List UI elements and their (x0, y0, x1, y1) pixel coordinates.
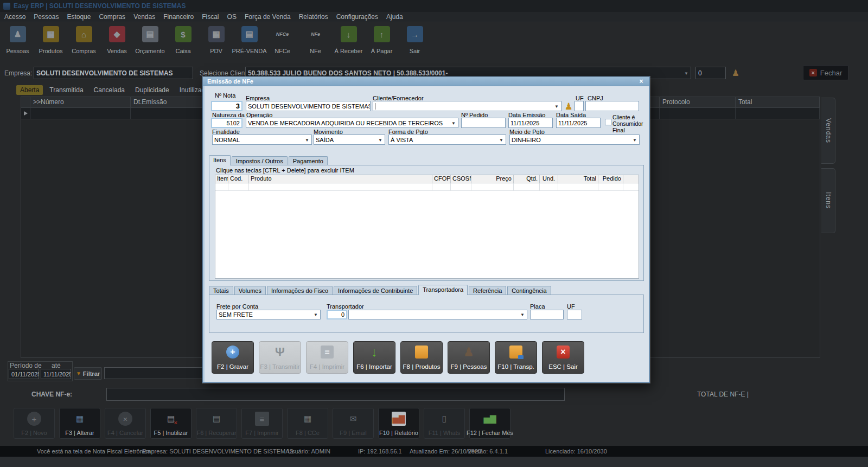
menu-item[interactable]: Estoque (67, 13, 91, 21)
filtrar-button[interactable]: Filtrar (74, 367, 102, 380)
grid-column-header[interactable]: >>Número (30, 97, 131, 107)
forma-pgto-select[interactable]: À VISTA (388, 135, 506, 145)
tab-item[interactable]: Itens (209, 155, 231, 165)
bottom-toolbar-button[interactable]: F7 | Imprimir (241, 408, 283, 439)
menu-item[interactable]: Relatórios (299, 13, 328, 21)
grid-column-header[interactable]: Pedido (598, 175, 623, 183)
dialog-button[interactable]: F8 | Produtos (400, 341, 443, 374)
frete-select[interactable]: SEM FRETE (216, 310, 321, 319)
dialog-button[interactable]: F2 | Gravar (212, 341, 254, 374)
natureza-select[interactable]: VENDA DE MERCADORIA ADQUIRIDA OU RECEBID… (246, 118, 458, 128)
side-tab[interactable]: Itens (821, 168, 835, 233)
movimento-select[interactable]: SAÍDA (314, 135, 385, 145)
empresa-input[interactable]: SOLUTI DESENVOLVIMENTO DE SISTEMAS (246, 101, 371, 111)
status-tab[interactable]: Aberta (16, 85, 43, 95)
grid-column-header[interactable]: CSOSN (451, 175, 471, 183)
bottom-toolbar-button[interactable]: F8 | CCe (287, 408, 328, 439)
chave-nfe-input[interactable] (106, 388, 565, 401)
status-tab[interactable]: Duplicidade (131, 85, 173, 95)
dialog-button[interactable]: F4 | Imprimir (306, 341, 348, 374)
bottom-toolbar-button[interactable]: F9 | Email (333, 408, 374, 439)
bottom-toolbar-button[interactable]: F3 | Alterar (59, 408, 100, 439)
grid-column-header[interactable]: Total (736, 97, 820, 107)
menu-item[interactable]: Força de Venda (245, 13, 291, 21)
date-from-input[interactable]: 01/11/2025 (9, 369, 39, 379)
toolbar-button[interactable]: NFe (299, 24, 332, 60)
uf-input[interactable] (575, 101, 584, 111)
bottom-toolbar-button[interactable]: F11 | Whats (424, 408, 465, 439)
transportador-select[interactable] (348, 310, 527, 319)
dialog-button[interactable]: ESC | Sair (542, 341, 584, 374)
person-search-icon[interactable] (564, 101, 573, 112)
menu-item[interactable]: Financeiro (163, 13, 194, 21)
data-emissao-input[interactable]: 11/11/2025 (508, 118, 553, 128)
date-to-input[interactable]: 11/11/2025 (41, 369, 71, 379)
bottom-toolbar-button[interactable]: F5 | Inutilizar (150, 408, 192, 439)
grid-column-header[interactable]: Preço (471, 175, 514, 183)
toolbar-button[interactable]: Pessoas (1, 24, 34, 60)
finalidade-select[interactable]: NORMAL (212, 135, 312, 145)
menu-item[interactable]: Pessoas (34, 13, 59, 21)
tab-item[interactable]: Totais (209, 286, 233, 295)
toolbar-button[interactable]: Caixa (167, 24, 200, 60)
grid-column-header[interactable]: Und. (540, 175, 558, 183)
items-grid[interactable]: ItemCod.ProdutoCFOPCSOSNPreçoQtd.Und.Tot… (215, 175, 639, 279)
uf-input[interactable] (567, 310, 582, 319)
toolbar-button[interactable]: Á Pagar (365, 24, 398, 60)
transportador-code-input[interactable]: 0 (327, 310, 347, 319)
grid-column-header[interactable]: Item (215, 175, 228, 183)
menu-item[interactable]: Fiscal (202, 13, 219, 21)
nota-input[interactable]: 3 (211, 101, 242, 111)
toolbar-button[interactable]: Vendas (100, 24, 133, 60)
menu-item[interactable]: Vendas (133, 13, 155, 21)
tab-item[interactable]: Informações do Fisco (267, 286, 333, 295)
natureza-code-input[interactable]: 5102 (211, 118, 242, 128)
tab-item[interactable]: Referência (469, 286, 506, 295)
tab-item[interactable]: Contingência (507, 286, 551, 295)
cliente-code-input[interactable]: 0 (695, 67, 726, 79)
toolbar-button[interactable]: Orçamento (133, 24, 167, 60)
data-saida-input[interactable]: 11/11/2025 (556, 118, 601, 128)
toolbar-button[interactable]: NFCe (266, 24, 299, 60)
consumidor-final-checkbox[interactable] (605, 119, 611, 125)
menu-item[interactable]: Configurações (336, 13, 378, 21)
menu-item[interactable]: Compras (99, 13, 125, 21)
fechar-button[interactable]: Fechar (803, 65, 848, 80)
side-tab[interactable]: Vendas (821, 98, 835, 164)
person-search-icon[interactable] (730, 67, 741, 78)
dialog-titlebar[interactable]: Emissão de NFe (203, 77, 649, 86)
grid-column-header[interactable]: Protocolo (660, 97, 736, 107)
dialog-button[interactable]: F6 | Importar (353, 341, 395, 374)
toolbar-button[interactable]: Sair (398, 24, 431, 60)
status-tab[interactable]: Cancelada (90, 85, 129, 95)
tab-item[interactable]: Transportadora (418, 285, 468, 295)
bottom-toolbar-button[interactable]: F12 | Fechar Mês (469, 408, 510, 439)
toolbar-button[interactable]: PDV (200, 24, 233, 60)
grid-column-header[interactable]: CFOP (432, 175, 451, 183)
placa-input[interactable] (530, 310, 564, 319)
tab-item[interactable]: Informações de Contribuinte (334, 286, 417, 295)
pedido-input[interactable] (461, 118, 506, 128)
empresa-input[interactable]: SOLUTI DESENVOLVIMENTO DE SISTEMAS (34, 67, 193, 79)
bottom-toolbar-button[interactable]: F10 | Relatório (378, 408, 419, 439)
grid-column-header[interactable]: Cod. (228, 175, 249, 183)
dialog-button[interactable]: F3 | Transmitir (259, 341, 301, 374)
menu-item[interactable]: Ajuda (386, 13, 403, 21)
close-icon[interactable] (637, 78, 645, 85)
grid-column-header[interactable]: Total (558, 175, 598, 183)
toolbar-button[interactable]: Produtos (34, 24, 67, 60)
grid-column-header[interactable]: Qtd. (514, 175, 540, 183)
tab-item[interactable]: Impostos / Outros (232, 156, 288, 165)
menu-item[interactable]: Acesso (4, 13, 25, 21)
meio-pgto-select[interactable]: DINHEIRO (509, 135, 640, 145)
toolbar-button[interactable]: Á Receber (332, 24, 365, 60)
dialog-button[interactable]: F9 | Pessoas (448, 341, 490, 374)
menu-item[interactable]: OS (227, 13, 237, 21)
dialog-button[interactable]: F10 | Transp. (495, 341, 537, 374)
bottom-toolbar-button[interactable]: F4 | Cancelar (105, 408, 146, 439)
tab-item[interactable]: Pagamento (289, 156, 328, 165)
toolbar-button[interactable]: PRÉ-VENDA (233, 24, 266, 60)
status-tab[interactable]: Transmitida (46, 85, 87, 95)
tab-item[interactable]: Volumes (234, 286, 266, 295)
toolbar-button[interactable]: Compras (67, 24, 100, 60)
